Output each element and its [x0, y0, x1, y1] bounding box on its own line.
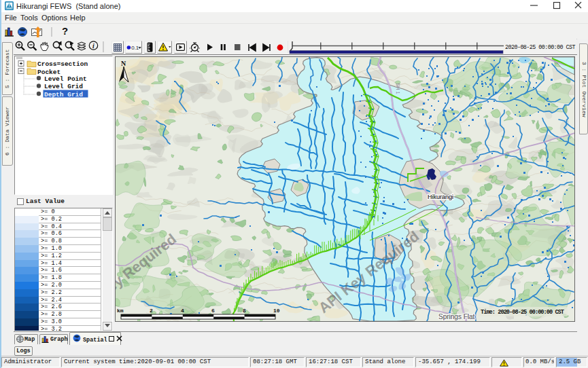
svg-text:Level Point: Level Point	[44, 75, 87, 83]
svg-text:Level Grid: Level Grid	[44, 83, 83, 90]
svg-text:Cross=section: Cross=section	[37, 60, 88, 68]
svg-text:Hikurangi: Hikurangi	[428, 194, 453, 200]
svg-text:Springs Flat: Springs Flat	[438, 313, 475, 320]
svg-text:N: N	[121, 60, 126, 67]
svg-text:2: 2	[150, 308, 153, 314]
svg-text:Depth Grid: Depth Grid	[44, 91, 83, 98]
svg-text:8: 8	[243, 308, 246, 314]
svg-text:km: km	[117, 308, 124, 314]
svg-text:4: 4	[181, 308, 184, 314]
svg-text:6: 6	[211, 308, 215, 314]
svg-text:i: i	[92, 42, 94, 50]
svg-text:10: 10	[273, 308, 280, 314]
svg-text:SH 1: SH 1	[395, 83, 401, 94]
svg-text:Time: 2020-08-25 00:00:00 CST: Time: 2020-08-25 00:00:00 CST	[481, 309, 564, 316]
svg-text:0.1: 0.1	[131, 45, 139, 51]
